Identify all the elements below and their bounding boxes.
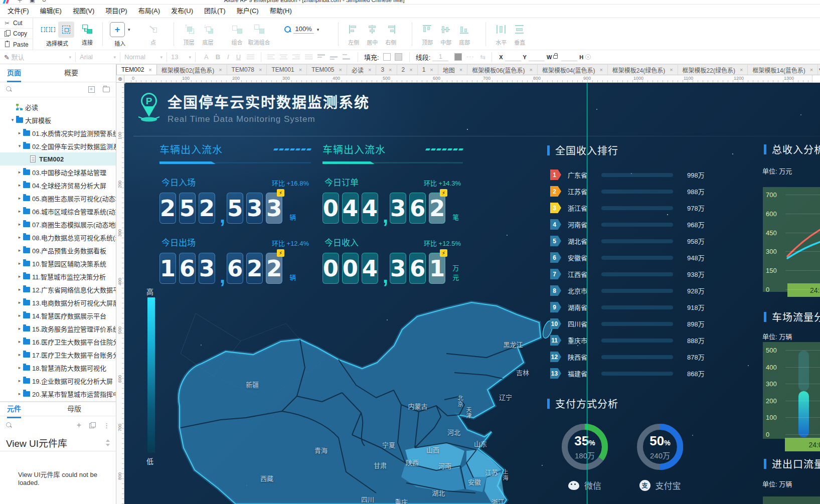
- tree-expand-icon[interactable]: ▸: [16, 352, 23, 357]
- select-contain-button[interactable]: [58, 22, 74, 38]
- duplicate-icon[interactable]: [89, 422, 95, 428]
- tab-close-icon[interactable]: ×: [599, 67, 602, 73]
- document-tab-5[interactable]: 必读×: [347, 65, 376, 75]
- tab-close-icon[interactable]: ×: [810, 67, 813, 73]
- tree-item-4[interactable]: TEM002: [0, 152, 116, 165]
- bullet-list-icon[interactable]: [247, 55, 254, 60]
- tree-item-14[interactable]: ▸12.广东省网络信息化大数据平台: [0, 283, 116, 296]
- font-weight-select[interactable]: Normal ▾: [120, 50, 167, 64]
- tab-close-icon[interactable]: ×: [670, 67, 673, 73]
- library-spinner-icon[interactable]: [105, 439, 110, 446]
- cut-button[interactable]: ✂Cut: [0, 18, 33, 29]
- vertical-ruler[interactable]: 100200300400500600700800: [116, 83, 124, 504]
- ranking-row[interactable]: 10四川省898万: [547, 315, 724, 332]
- stat-panel-orders-revenue[interactable]: 车辆出入流水今日订单环比 +14.3%044,362⚡笔今日收入环比 +12.5…: [322, 142, 463, 284]
- undo-icon[interactable]: ↺: [42, 0, 46, 4]
- tab-close-icon[interactable]: ×: [339, 67, 342, 73]
- document-tab-0[interactable]: TEM002×: [116, 65, 157, 75]
- tree-item-3[interactable]: ▾02.全国停车云实时数据监测系统: [0, 139, 116, 152]
- distribute-horizontal-button[interactable]: [493, 21, 509, 37]
- document-tab-14[interactable]: 框架模板14(蓝色系)×: [748, 65, 818, 75]
- save-icon[interactable]: ▣: [30, 0, 35, 4]
- tab-close-icon[interactable]: ×: [430, 67, 433, 73]
- ranking-row[interactable]: 5湖北省958万: [547, 233, 724, 249]
- flow-bar-chart[interactable]: 24:00 5004003002001000: [763, 342, 820, 439]
- tree-expand-icon[interactable]: ▸: [16, 274, 23, 279]
- connect-button[interactable]: [79, 21, 95, 37]
- china-map-widget[interactable]: 新疆青海西藏四川甘肃宁夏内蒙古陕西山西河北山东河南江苏安徽湖北黑龙江吉林辽宁重庆…: [166, 293, 562, 504]
- tree-item-2[interactable]: ▸01.水质情况实时监测预警系统: [0, 126, 116, 139]
- document-tab-1[interactable]: 框架模板02(蓝色系)×: [157, 65, 227, 75]
- stat-panel-vehicle-flow[interactable]: 车辆出入流水今日入场环比 +16.8%252,533⚡辆今日出场环比 +12.4…: [159, 142, 311, 284]
- text-valign-middle-icon[interactable]: [330, 54, 338, 60]
- design-canvas[interactable]: P 全国停车云实时数据监测系统 Real Time Data Monitorin…: [124, 83, 820, 504]
- distribute-vertical-button[interactable]: [512, 21, 528, 37]
- tab-close-icon[interactable]: ×: [259, 67, 262, 73]
- visibility-icon[interactable]: [585, 54, 591, 60]
- text-valign-bottom-icon[interactable]: [343, 54, 350, 60]
- lock-ratio-icon[interactable]: [553, 55, 558, 59]
- add-folder-icon[interactable]: [103, 87, 110, 92]
- font-color-button[interactable]: A: [201, 53, 212, 61]
- text-valign-top-icon[interactable]: [317, 54, 325, 60]
- style-select[interactable]: ✎ 默认 ▾: [0, 50, 75, 64]
- tab-close-icon[interactable]: ×: [299, 67, 302, 73]
- tree-item-10[interactable]: ▸08.电力数据总览可视化系统(动态地图): [0, 231, 116, 244]
- tab-masters[interactable]: 母版: [67, 400, 81, 418]
- underline-button[interactable]: U: [233, 53, 244, 61]
- ranking-row[interactable]: 11重庆市888万: [547, 332, 724, 349]
- ranking-row[interactable]: 6安徽省948万: [547, 249, 724, 266]
- tree-expand-icon[interactable]: ▸: [16, 130, 23, 135]
- tab-close-icon[interactable]: ×: [368, 67, 371, 73]
- insert-button[interactable]: +: [110, 22, 125, 37]
- menu-item-4[interactable]: 布局(A): [133, 5, 166, 18]
- document-tab-11[interactable]: 框架模板04(蓝色系)×: [538, 65, 608, 75]
- bring-to-front-button[interactable]: ↑: [181, 21, 197, 37]
- ranking-row[interactable]: 4河南省968万: [547, 216, 724, 233]
- tree-expand-icon[interactable]: ▸: [16, 170, 23, 175]
- tree-item-17[interactable]: ▸15.政务服务监控管理评价系统: [0, 322, 116, 335]
- horizontal-ruler[interactable]: 0100200300400500600700800900100011001200…: [124, 75, 820, 83]
- tree-item-0[interactable]: 必读: [0, 100, 116, 113]
- tree-item-1[interactable]: ▾大屏模板: [0, 113, 116, 126]
- tab-widgets[interactable]: 元件: [7, 400, 21, 418]
- bold-button[interactable]: B: [212, 53, 224, 61]
- ranking-row[interactable]: 2江苏省988万: [547, 183, 724, 200]
- document-tab-12[interactable]: 框架模板24(绿色系)×: [608, 65, 678, 75]
- ungroup-button[interactable]: [251, 21, 267, 37]
- document-tab-10[interactable]: 框架模板06(蓝色系)×: [467, 65, 538, 75]
- italic-button[interactable]: I: [224, 53, 233, 61]
- tree-expand-icon[interactable]: ▸: [16, 261, 23, 266]
- ruler-origin-button[interactable]: ⊕: [116, 75, 124, 83]
- widget-library-select[interactable]: View UI元件库: [0, 434, 116, 451]
- tab-close-icon[interactable]: ×: [740, 67, 743, 73]
- tab-close-icon[interactable]: ×: [530, 67, 533, 73]
- x-input[interactable]: [505, 53, 521, 61]
- tree-expand-icon[interactable]: ▸: [16, 339, 23, 344]
- revenue-line-chart[interactable]: 24:00 7006004503001500: [763, 187, 820, 292]
- align-left-button[interactable]: [346, 21, 362, 37]
- paste-button[interactable]: Paste: [0, 39, 33, 50]
- tree-item-15[interactable]: ▸13.电商数据分析可视化大屏展示: [0, 296, 116, 309]
- national-revenue-ranking-widget[interactable]: 全国收入排行 1广东省998万2江苏省988万3浙江省978万4河南省968万5…: [547, 143, 724, 382]
- send-to-back-button[interactable]: ↓: [200, 21, 216, 37]
- ranking-row[interactable]: 12陕西省878万: [547, 349, 724, 365]
- search-icon[interactable]: [6, 86, 13, 93]
- line-style-icon[interactable]: [467, 55, 474, 60]
- text-align-right-icon[interactable]: [292, 55, 300, 60]
- document-tab-6[interactable]: 3×: [376, 65, 397, 75]
- tree-item-9[interactable]: ▸07.商圈生态模拟展示(动态地图): [0, 218, 116, 231]
- w-input[interactable]: [561, 53, 577, 61]
- y-input[interactable]: [529, 53, 545, 61]
- tab-overflow-button[interactable]: ▼: [818, 65, 820, 75]
- tree-expand-icon[interactable]: ▸: [16, 196, 23, 201]
- menu-item-0[interactable]: 文件(F): [2, 5, 35, 18]
- line-color-swatch[interactable]: [454, 53, 462, 61]
- ranking-row[interactable]: 13福建省868万: [547, 365, 724, 382]
- menu-item-6[interactable]: 团队(T): [199, 5, 231, 18]
- tree-item-22[interactable]: ▸20.某某市智慧城市运营指挥中心: [0, 387, 116, 400]
- gate-chart-panel[interactable]: [763, 496, 820, 504]
- tab-close-icon[interactable]: ×: [389, 67, 392, 73]
- text-align-left-icon[interactable]: [267, 55, 275, 60]
- zoom-value[interactable]: 100%: [293, 25, 314, 34]
